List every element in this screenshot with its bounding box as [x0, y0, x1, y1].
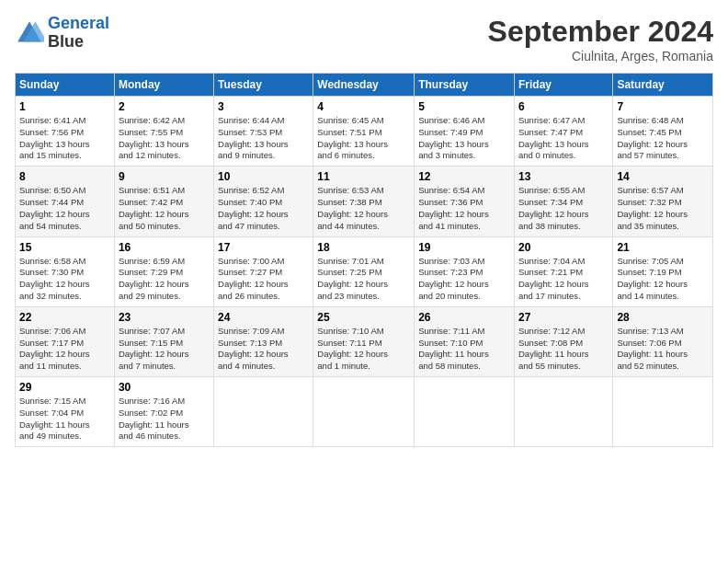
weekday-header: Tuesday: [214, 74, 313, 97]
calendar-cell: 11Sunrise: 6:53 AM Sunset: 7:38 PM Dayli…: [313, 167, 415, 236]
day-number: 16: [119, 241, 210, 254]
calendar-table: SundayMondayTuesdayWednesdayThursdayFrid…: [15, 73, 713, 447]
calendar-cell: 23Sunrise: 7:07 AM Sunset: 7:15 PM Dayli…: [114, 306, 213, 376]
calendar-cell: 2Sunrise: 6:42 AM Sunset: 7:55 PM Daylig…: [114, 97, 213, 167]
weekday-header: Monday: [114, 74, 213, 97]
calendar-cell: 20Sunrise: 7:04 AM Sunset: 7:21 PM Dayli…: [514, 236, 612, 306]
day-number: 26: [418, 311, 510, 324]
day-number: 14: [617, 170, 709, 183]
day-info: Sunrise: 7:05 AM Sunset: 7:19 PM Dayligh…: [617, 256, 709, 303]
calendar-cell: 18Sunrise: 7:01 AM Sunset: 7:25 PM Dayli…: [313, 236, 415, 306]
logo-icon: [15, 18, 44, 48]
calendar-week-row: 1Sunrise: 6:41 AM Sunset: 7:56 PM Daylig…: [16, 97, 713, 167]
title-block: September 2024 Ciulnita, Arges, Romania: [488, 15, 713, 63]
day-info: Sunrise: 6:44 AM Sunset: 7:53 PM Dayligh…: [218, 115, 309, 162]
calendar-cell: [415, 377, 515, 447]
calendar-cell: 4Sunrise: 6:45 AM Sunset: 7:51 PM Daylig…: [313, 97, 415, 167]
day-info: Sunrise: 6:52 AM Sunset: 7:40 PM Dayligh…: [218, 185, 309, 232]
day-info: Sunrise: 7:06 AM Sunset: 7:17 PM Dayligh…: [19, 326, 110, 373]
day-number: 22: [19, 311, 110, 324]
calendar-week-row: 22Sunrise: 7:06 AM Sunset: 7:17 PM Dayli…: [16, 306, 713, 376]
day-number: 28: [617, 311, 709, 324]
calendar-cell: 19Sunrise: 7:03 AM Sunset: 7:23 PM Dayli…: [415, 236, 515, 306]
day-number: 17: [218, 241, 309, 254]
calendar-cell: 14Sunrise: 6:57 AM Sunset: 7:32 PM Dayli…: [613, 167, 713, 236]
calendar-cell: 10Sunrise: 6:52 AM Sunset: 7:40 PM Dayli…: [214, 167, 313, 236]
calendar-cell: 9Sunrise: 6:51 AM Sunset: 7:42 PM Daylig…: [114, 167, 213, 236]
calendar-week-row: 29Sunrise: 7:15 AM Sunset: 7:04 PM Dayli…: [16, 377, 713, 447]
day-info: Sunrise: 7:03 AM Sunset: 7:23 PM Dayligh…: [418, 256, 510, 303]
calendar-cell: 27Sunrise: 7:12 AM Sunset: 7:08 PM Dayli…: [514, 306, 612, 376]
weekday-header: Wednesday: [313, 74, 415, 97]
day-info: Sunrise: 7:13 AM Sunset: 7:06 PM Dayligh…: [617, 326, 709, 373]
day-number: 5: [418, 100, 510, 113]
day-info: Sunrise: 7:12 AM Sunset: 7:08 PM Dayligh…: [518, 326, 609, 373]
day-number: 19: [418, 241, 510, 254]
day-number: 7: [617, 100, 709, 113]
day-number: 23: [119, 311, 210, 324]
day-number: 10: [218, 170, 309, 183]
calendar-cell: 17Sunrise: 7:00 AM Sunset: 7:27 PM Dayli…: [214, 236, 313, 306]
day-number: 29: [19, 381, 110, 394]
calendar-cell: 7Sunrise: 6:48 AM Sunset: 7:45 PM Daylig…: [613, 97, 713, 167]
calendar-cell: 5Sunrise: 6:46 AM Sunset: 7:49 PM Daylig…: [415, 97, 515, 167]
weekday-header: Friday: [514, 74, 612, 97]
calendar-cell: [514, 377, 612, 447]
calendar-cell: 29Sunrise: 7:15 AM Sunset: 7:04 PM Dayli…: [16, 377, 115, 447]
day-number: 18: [317, 241, 410, 254]
day-number: 13: [518, 170, 609, 183]
page-header: General Blue September 2024 Ciulnita, Ar…: [15, 15, 713, 63]
calendar-cell: 15Sunrise: 6:58 AM Sunset: 7:30 PM Dayli…: [16, 236, 115, 306]
day-info: Sunrise: 7:16 AM Sunset: 7:02 PM Dayligh…: [119, 396, 210, 442]
calendar-cell: 30Sunrise: 7:16 AM Sunset: 7:02 PM Dayli…: [114, 377, 213, 447]
day-info: Sunrise: 6:48 AM Sunset: 7:45 PM Dayligh…: [617, 115, 709, 162]
day-info: Sunrise: 7:04 AM Sunset: 7:21 PM Dayligh…: [518, 256, 609, 303]
day-number: 20: [518, 241, 609, 254]
calendar-cell: 26Sunrise: 7:11 AM Sunset: 7:10 PM Dayli…: [415, 306, 515, 376]
calendar-cell: 3Sunrise: 6:44 AM Sunset: 7:53 PM Daylig…: [214, 97, 313, 167]
day-number: 25: [317, 311, 410, 324]
day-number: 12: [418, 170, 510, 183]
calendar-cell: 28Sunrise: 7:13 AM Sunset: 7:06 PM Dayli…: [613, 306, 713, 376]
logo: General Blue: [15, 15, 109, 52]
calendar-week-row: 8Sunrise: 6:50 AM Sunset: 7:44 PM Daylig…: [16, 167, 713, 236]
day-info: Sunrise: 7:15 AM Sunset: 7:04 PM Dayligh…: [19, 396, 110, 442]
calendar-cell: 12Sunrise: 6:54 AM Sunset: 7:36 PM Dayli…: [415, 167, 515, 236]
calendar-cell: 8Sunrise: 6:50 AM Sunset: 7:44 PM Daylig…: [16, 167, 115, 236]
day-number: 2: [119, 100, 210, 113]
day-number: 27: [518, 311, 609, 324]
day-number: 24: [218, 311, 309, 324]
calendar-cell: 25Sunrise: 7:10 AM Sunset: 7:11 PM Dayli…: [313, 306, 415, 376]
day-info: Sunrise: 7:11 AM Sunset: 7:10 PM Dayligh…: [418, 326, 510, 373]
calendar-cell: 24Sunrise: 7:09 AM Sunset: 7:13 PM Dayli…: [214, 306, 313, 376]
day-info: Sunrise: 6:59 AM Sunset: 7:29 PM Dayligh…: [119, 256, 210, 303]
day-info: Sunrise: 7:10 AM Sunset: 7:11 PM Dayligh…: [317, 326, 410, 373]
day-info: Sunrise: 7:07 AM Sunset: 7:15 PM Dayligh…: [119, 326, 210, 373]
calendar-cell: [214, 377, 313, 447]
day-number: 4: [317, 100, 410, 113]
day-number: 9: [119, 170, 210, 183]
day-info: Sunrise: 7:00 AM Sunset: 7:27 PM Dayligh…: [218, 256, 309, 303]
day-info: Sunrise: 6:46 AM Sunset: 7:49 PM Dayligh…: [418, 115, 510, 162]
day-info: Sunrise: 6:41 AM Sunset: 7:56 PM Dayligh…: [19, 115, 110, 162]
day-info: Sunrise: 6:51 AM Sunset: 7:42 PM Dayligh…: [119, 185, 210, 232]
calendar-cell: 13Sunrise: 6:55 AM Sunset: 7:34 PM Dayli…: [514, 167, 612, 236]
day-info: Sunrise: 6:53 AM Sunset: 7:38 PM Dayligh…: [317, 185, 410, 232]
day-number: 3: [218, 100, 309, 113]
day-info: Sunrise: 6:50 AM Sunset: 7:44 PM Dayligh…: [19, 185, 110, 232]
page-container: General Blue September 2024 Ciulnita, Ar…: [0, 0, 728, 454]
day-info: Sunrise: 6:55 AM Sunset: 7:34 PM Dayligh…: [518, 185, 609, 232]
calendar-cell: 16Sunrise: 6:59 AM Sunset: 7:29 PM Dayli…: [114, 236, 213, 306]
day-number: 6: [518, 100, 609, 113]
day-info: Sunrise: 7:09 AM Sunset: 7:13 PM Dayligh…: [218, 326, 309, 373]
weekday-header: Saturday: [613, 74, 713, 97]
calendar-cell: 21Sunrise: 7:05 AM Sunset: 7:19 PM Dayli…: [613, 236, 713, 306]
day-info: Sunrise: 6:58 AM Sunset: 7:30 PM Dayligh…: [19, 256, 110, 303]
day-info: Sunrise: 6:42 AM Sunset: 7:55 PM Dayligh…: [119, 115, 210, 162]
day-number: 15: [19, 241, 110, 254]
day-info: Sunrise: 7:01 AM Sunset: 7:25 PM Dayligh…: [317, 256, 410, 303]
day-number: 11: [317, 170, 410, 183]
day-number: 1: [19, 100, 110, 113]
day-info: Sunrise: 6:54 AM Sunset: 7:36 PM Dayligh…: [418, 185, 510, 232]
weekday-header: Sunday: [16, 74, 115, 97]
